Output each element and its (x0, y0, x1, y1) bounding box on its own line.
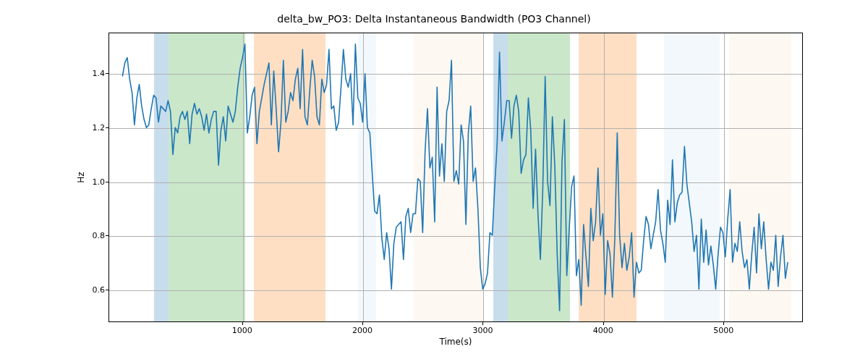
tick-x (723, 322, 724, 325)
chart-title: delta_bw_PO3: Delta Instantaneous Bandwi… (0, 13, 868, 25)
tick-x (482, 322, 483, 325)
tick-y (106, 235, 109, 236)
figure: delta_bw_PO3: Delta Instantaneous Bandwi… (0, 0, 868, 362)
tick-x (242, 322, 243, 325)
tick-y (106, 182, 109, 182)
tick-y (106, 73, 109, 74)
data-line (109, 33, 802, 321)
ytick-label: 1.2 (87, 122, 105, 132)
y-axis-label: Hz (74, 33, 88, 322)
ytick-label: 1.0 (87, 177, 105, 186)
plot-area (109, 33, 803, 322)
ytick-label: 0.6 (87, 285, 105, 295)
x-axis-label: Time(s) (109, 337, 803, 347)
xtick-label: 3000 (472, 326, 493, 335)
xtick-label: 5000 (713, 326, 733, 335)
xtick-label: 1000 (232, 326, 252, 335)
xtick-label: 2000 (352, 326, 373, 335)
series-path (122, 44, 788, 311)
tick-x (362, 322, 363, 325)
tick-y (106, 127, 109, 128)
ytick-label: 0.8 (87, 231, 105, 240)
xtick-label: 4000 (593, 326, 613, 335)
tick-y (106, 290, 109, 290)
tick-x (603, 322, 604, 325)
ytick-label: 1.4 (87, 69, 105, 78)
